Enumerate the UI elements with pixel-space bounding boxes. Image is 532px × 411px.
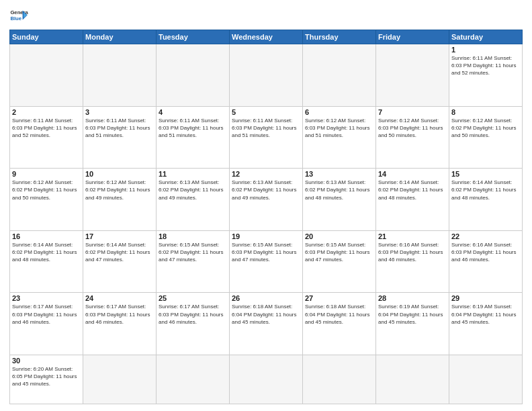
day-info: Sunrise: 6:17 AM Sunset: 6:03 PM Dayligh… [85, 303, 154, 326]
calendar-cell [83, 355, 157, 404]
day-number: 16 [12, 232, 81, 240]
day-info: Sunrise: 6:20 AM Sunset: 6:05 PM Dayligh… [12, 365, 81, 388]
day-header-saturday: Saturday [449, 30, 523, 44]
day-info: Sunrise: 6:11 AM Sunset: 6:03 PM Dayligh… [232, 117, 300, 140]
day-number: 13 [305, 170, 373, 178]
day-number: 5 [232, 108, 300, 116]
calendar-cell [230, 44, 303, 107]
day-number: 10 [85, 170, 154, 178]
calendar-cell: 23Sunrise: 6:17 AM Sunset: 6:03 PM Dayli… [10, 293, 83, 355]
calendar-cell: 9Sunrise: 6:12 AM Sunset: 6:02 PM Daylig… [10, 169, 83, 231]
calendar-cell: 29Sunrise: 6:19 AM Sunset: 6:04 PM Dayli… [449, 293, 523, 355]
day-info: Sunrise: 6:19 AM Sunset: 6:04 PM Dayligh… [378, 303, 447, 326]
calendar-cell: 20Sunrise: 6:15 AM Sunset: 6:03 PM Dayli… [303, 230, 376, 293]
day-header-tuesday: Tuesday [157, 30, 230, 44]
day-info: Sunrise: 6:16 AM Sunset: 6:03 PM Dayligh… [378, 241, 447, 264]
day-number: 24 [85, 294, 154, 302]
calendar-cell: 3Sunrise: 6:11 AM Sunset: 6:03 PM Daylig… [83, 106, 157, 169]
day-info: Sunrise: 6:12 AM Sunset: 6:02 PM Dayligh… [12, 179, 81, 201]
day-number: 1 [451, 46, 520, 54]
calendar-cell: 25Sunrise: 6:17 AM Sunset: 6:03 PM Dayli… [157, 293, 230, 355]
calendar-cell [303, 355, 376, 404]
day-number: 21 [378, 232, 447, 240]
calendar-cell [157, 355, 230, 404]
day-info: Sunrise: 6:12 AM Sunset: 6:03 PM Dayligh… [305, 117, 373, 140]
svg-text:Blue: Blue [10, 15, 21, 21]
day-number: 19 [232, 232, 300, 240]
day-number: 23 [12, 294, 81, 302]
day-info: Sunrise: 6:13 AM Sunset: 6:02 PM Dayligh… [159, 179, 227, 201]
day-number: 6 [305, 108, 373, 116]
calendar-cell: 21Sunrise: 6:16 AM Sunset: 6:03 PM Dayli… [376, 230, 449, 293]
calendar-cell: 28Sunrise: 6:19 AM Sunset: 6:04 PM Dayli… [376, 293, 449, 355]
day-info: Sunrise: 6:15 AM Sunset: 6:03 PM Dayligh… [232, 241, 300, 264]
day-info: Sunrise: 6:14 AM Sunset: 6:02 PM Dayligh… [378, 179, 447, 201]
day-info: Sunrise: 6:12 AM Sunset: 6:03 PM Dayligh… [378, 117, 447, 140]
calendar-cell: 14Sunrise: 6:14 AM Sunset: 6:02 PM Dayli… [376, 169, 449, 231]
day-number: 26 [232, 294, 300, 302]
calendar-cell: 1Sunrise: 6:11 AM Sunset: 6:03 PM Daylig… [449, 44, 523, 107]
logo-icon: General Blue [9, 7, 28, 26]
day-number: 11 [159, 170, 227, 178]
calendar-cell: 27Sunrise: 6:18 AM Sunset: 6:04 PM Dayli… [303, 293, 376, 355]
day-info: Sunrise: 6:13 AM Sunset: 6:02 PM Dayligh… [232, 179, 300, 201]
day-info: Sunrise: 6:17 AM Sunset: 6:03 PM Dayligh… [159, 303, 227, 326]
day-number: 4 [159, 108, 227, 116]
calendar-cell: 24Sunrise: 6:17 AM Sunset: 6:03 PM Dayli… [83, 293, 157, 355]
day-header-sunday: Sunday [10, 30, 83, 44]
day-number: 28 [378, 294, 447, 302]
calendar-cell [376, 44, 449, 107]
day-number: 18 [159, 232, 227, 240]
calendar-cell: 18Sunrise: 6:15 AM Sunset: 6:02 PM Dayli… [157, 230, 230, 293]
calendar-cell [83, 44, 157, 107]
day-number: 25 [159, 294, 227, 302]
day-info: Sunrise: 6:16 AM Sunset: 6:03 PM Dayligh… [451, 241, 520, 264]
day-info: Sunrise: 6:12 AM Sunset: 6:02 PM Dayligh… [451, 117, 520, 140]
day-number: 8 [451, 108, 520, 116]
calendar-cell: 2Sunrise: 6:11 AM Sunset: 6:03 PM Daylig… [10, 106, 83, 169]
calendar-cell [10, 44, 83, 107]
calendar-cell: 6Sunrise: 6:12 AM Sunset: 6:03 PM Daylig… [303, 106, 376, 169]
calendar-cell [157, 44, 230, 107]
day-info: Sunrise: 6:18 AM Sunset: 6:04 PM Dayligh… [305, 303, 373, 326]
day-number: 30 [12, 357, 81, 365]
day-number: 7 [378, 108, 447, 116]
day-number: 3 [85, 108, 154, 116]
calendar-cell: 26Sunrise: 6:18 AM Sunset: 6:04 PM Dayli… [230, 293, 303, 355]
day-number: 15 [451, 170, 520, 178]
day-info: Sunrise: 6:15 AM Sunset: 6:03 PM Dayligh… [305, 241, 373, 264]
calendar-cell: 10Sunrise: 6:12 AM Sunset: 6:02 PM Dayli… [83, 169, 157, 231]
day-info: Sunrise: 6:14 AM Sunset: 6:02 PM Dayligh… [85, 241, 154, 264]
day-header-monday: Monday [83, 30, 157, 44]
calendar-cell: 16Sunrise: 6:14 AM Sunset: 6:02 PM Dayli… [10, 230, 83, 293]
calendar-cell: 8Sunrise: 6:12 AM Sunset: 6:02 PM Daylig… [449, 106, 523, 169]
day-info: Sunrise: 6:15 AM Sunset: 6:02 PM Dayligh… [159, 241, 227, 264]
day-info: Sunrise: 6:19 AM Sunset: 6:04 PM Dayligh… [451, 303, 520, 326]
calendar-cell: 22Sunrise: 6:16 AM Sunset: 6:03 PM Dayli… [449, 230, 523, 293]
day-number: 2 [12, 108, 81, 116]
page: General Blue SundayMondayTuesdayWednesda… [0, 0, 532, 411]
calendar-cell: 13Sunrise: 6:13 AM Sunset: 6:02 PM Dayli… [303, 169, 376, 231]
calendar-cell: 17Sunrise: 6:14 AM Sunset: 6:02 PM Dayli… [83, 230, 157, 293]
day-number: 20 [305, 232, 373, 240]
calendar-cell: 12Sunrise: 6:13 AM Sunset: 6:02 PM Dayli… [230, 169, 303, 231]
day-header-friday: Friday [376, 30, 449, 44]
day-info: Sunrise: 6:17 AM Sunset: 6:03 PM Dayligh… [12, 303, 81, 326]
day-info: Sunrise: 6:14 AM Sunset: 6:02 PM Dayligh… [12, 241, 81, 264]
day-number: 27 [305, 294, 373, 302]
day-info: Sunrise: 6:11 AM Sunset: 6:03 PM Dayligh… [451, 54, 520, 77]
day-info: Sunrise: 6:11 AM Sunset: 6:03 PM Dayligh… [12, 117, 81, 140]
day-number: 14 [378, 170, 447, 178]
calendar-cell: 11Sunrise: 6:13 AM Sunset: 6:02 PM Dayli… [157, 169, 230, 231]
day-info: Sunrise: 6:11 AM Sunset: 6:03 PM Dayligh… [85, 117, 154, 140]
day-info: Sunrise: 6:14 AM Sunset: 6:02 PM Dayligh… [451, 179, 520, 201]
calendar-cell [449, 355, 523, 404]
day-info: Sunrise: 6:13 AM Sunset: 6:02 PM Dayligh… [305, 179, 373, 201]
calendar-cell: 30Sunrise: 6:20 AM Sunset: 6:05 PM Dayli… [10, 355, 83, 404]
day-number: 22 [451, 232, 520, 240]
calendar-cell: 15Sunrise: 6:14 AM Sunset: 6:02 PM Dayli… [449, 169, 523, 231]
day-info: Sunrise: 6:11 AM Sunset: 6:03 PM Dayligh… [159, 117, 227, 140]
header: General Blue [9, 7, 523, 26]
day-info: Sunrise: 6:18 AM Sunset: 6:04 PM Dayligh… [232, 303, 300, 326]
calendar-cell [303, 44, 376, 107]
